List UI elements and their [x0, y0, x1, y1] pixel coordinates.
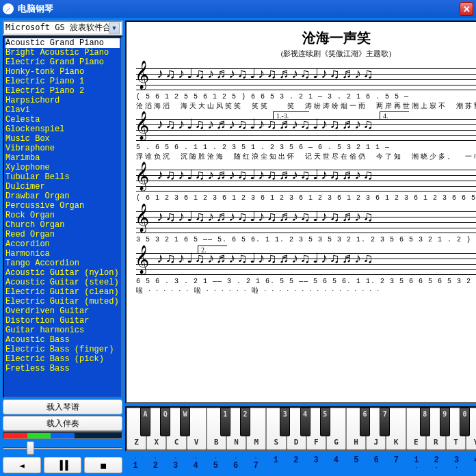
- indicator: ·5: [208, 455, 223, 473]
- indicator: ·4: [188, 455, 203, 473]
- instrument-item[interactable]: Guitar harmonics: [5, 326, 120, 335]
- instrument-item[interactable]: Music Box: [5, 134, 120, 144]
- indicator: 3: [308, 455, 323, 473]
- instrument-item[interactable]: Glockenspiel: [5, 124, 120, 134]
- instrument-item[interactable]: Tango Accordion: [5, 259, 120, 268]
- instrument-item[interactable]: Electric Piano 2: [5, 86, 120, 96]
- instrument-item[interactable]: Electric Piano 1: [5, 77, 120, 86]
- indicator: 2: [289, 455, 304, 473]
- instrument-item[interactable]: Electric Grand Piano: [5, 57, 120, 67]
- pause-button[interactable]: ▐▐: [44, 457, 82, 473]
- indicator: 4·: [469, 455, 476, 473]
- instrument-item[interactable]: Marimba: [5, 153, 120, 163]
- black-key[interactable]: 5: [320, 408, 330, 436]
- music-score: 沧海一声笑 (影视连续剧《笑傲江湖》主题歌) 霑 黄 词曲 ♪♫♪♩♫♪♬♪♫♩…: [125, 21, 476, 404]
- instrument-item[interactable]: Clavi: [5, 105, 120, 115]
- instrument-item[interactable]: Tubular Bells: [5, 172, 120, 182]
- instrument-item[interactable]: Acoustic Grand Piano: [5, 38, 120, 48]
- instrument-item[interactable]: Dulcimer: [5, 182, 120, 191]
- indicator: 7: [388, 455, 404, 473]
- black-key[interactable]: 1: [220, 408, 230, 436]
- instrument-item[interactable]: Drawbar Organ: [5, 191, 120, 201]
- instrument-item[interactable]: Electric Guitar (clean): [5, 287, 120, 297]
- black-key[interactable]: A: [140, 408, 150, 436]
- combo-value: Microsoft GS 波表软件合: [5, 22, 109, 34]
- instrument-item[interactable]: Fretless Bass: [5, 364, 120, 373]
- instrument-item[interactable]: Electric Guitar (muted): [5, 297, 120, 306]
- indicator: 1: [268, 455, 283, 473]
- indicator: 3·: [449, 455, 464, 473]
- instrument-item[interactable]: Celesta: [5, 115, 120, 124]
- soundfont-combo[interactable]: Microsoft GS 波表软件合 ▼: [3, 21, 122, 35]
- instrument-item[interactable]: Electric Bass (finger): [5, 345, 120, 354]
- score-subtitle: (影视连续剧《笑傲江湖》主题歌): [127, 49, 476, 59]
- black-key[interactable]: W: [180, 408, 190, 436]
- instrument-item[interactable]: Acoustic Guitar (nylon): [5, 268, 120, 278]
- black-key[interactable]: 8: [420, 408, 430, 436]
- indicator: 6: [369, 455, 384, 473]
- instrument-item[interactable]: Electric Bass (pick): [5, 354, 120, 364]
- close-button[interactable]: ✕: [460, 2, 473, 16]
- black-key[interactable]: 3: [280, 408, 290, 436]
- piano-keyboard[interactable]: ZXCVBNMSDFGHJKERTYUIOAQW1234567890PL: [125, 406, 476, 451]
- indicator: ·1: [128, 455, 143, 473]
- black-key[interactable]: 0: [460, 408, 470, 436]
- black-key[interactable]: 7: [380, 408, 390, 436]
- load-score-button[interactable]: 载入琴谱: [3, 399, 122, 414]
- instrument-item[interactable]: Vibraphone: [5, 144, 120, 153]
- instrument-item[interactable]: Distortion Guitar: [5, 316, 120, 326]
- instrument-item[interactable]: Reed Organ: [5, 230, 120, 239]
- instrument-item[interactable]: Xylophone: [5, 163, 120, 172]
- play-button[interactable]: ◄: [3, 457, 41, 473]
- black-key[interactable]: 6: [360, 408, 370, 436]
- black-key[interactable]: 2: [240, 408, 250, 436]
- indicator: ·3: [168, 455, 183, 473]
- instrument-item[interactable]: Bright Acoustic Piano: [5, 48, 120, 57]
- window-title: 电脑钢琴: [18, 3, 460, 15]
- note-indicators: ·1·2·3·4·5·6·712345671·2·3·4·5·6·7·: [125, 454, 476, 473]
- stop-button[interactable]: ■: [84, 457, 122, 473]
- indicator: ·7: [248, 455, 263, 473]
- indicator: 1·: [409, 455, 424, 473]
- indicator: 4: [328, 455, 343, 473]
- black-key[interactable]: 9: [440, 408, 450, 436]
- instrument-item[interactable]: Harmonica: [5, 249, 120, 259]
- instrument-item[interactable]: Overdriven Guitar: [5, 306, 120, 316]
- app-icon: ⟋: [3, 3, 14, 14]
- indicator: 2·: [429, 455, 444, 473]
- instrument-item[interactable]: Rock Organ: [5, 211, 120, 220]
- load-accomp-button[interactable]: 载入伴奏: [3, 416, 122, 431]
- black-key[interactable]: Q: [160, 408, 170, 436]
- tempo-slider[interactable]: [3, 440, 122, 455]
- instrument-item[interactable]: Acoustic Bass: [5, 335, 120, 345]
- indicator: 5: [349, 455, 364, 473]
- indicator: ·6: [228, 455, 243, 473]
- slider-thumb[interactable]: [27, 441, 34, 455]
- instrument-item[interactable]: Church Organ: [5, 220, 120, 230]
- score-title: 沧海一声笑: [127, 29, 476, 47]
- chevron-down-icon: ▼: [109, 23, 120, 34]
- black-key[interactable]: 4: [300, 408, 310, 436]
- instrument-item[interactable]: Honky-tonk Piano: [5, 67, 120, 77]
- instrument-item[interactable]: Accordion: [5, 239, 120, 249]
- instrument-item[interactable]: Percussive Organ: [5, 201, 120, 211]
- indicator: ·2: [148, 455, 163, 473]
- instrument-item[interactable]: Acoustic Guitar (steel): [5, 278, 120, 287]
- instrument-list[interactable]: Acoustic Grand PianoBright Acoustic Pian…: [3, 36, 122, 398]
- instrument-item[interactable]: Harpsichord: [5, 96, 120, 105]
- volume-meter: [3, 432, 122, 439]
